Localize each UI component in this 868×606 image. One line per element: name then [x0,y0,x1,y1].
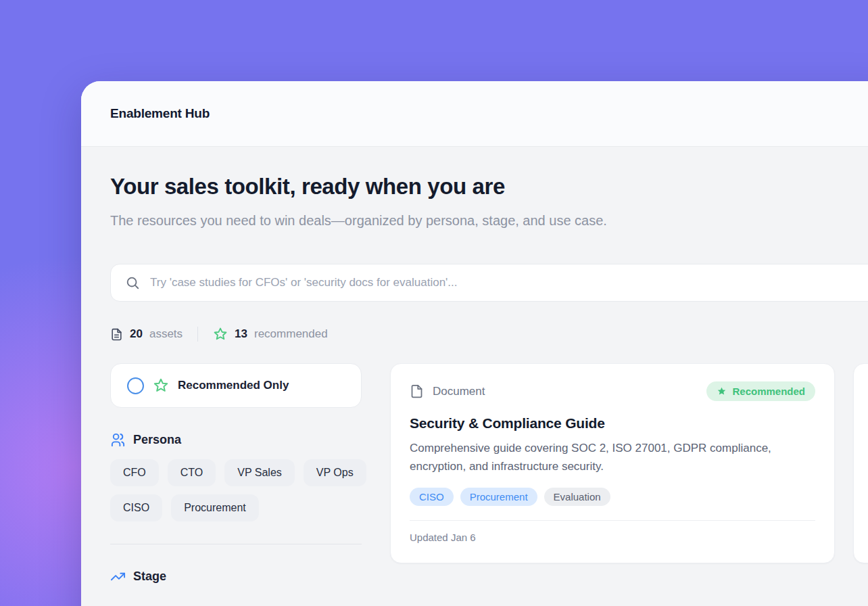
app-header: Enablement Hub [81,81,868,147]
trending-up-icon [110,569,126,584]
card-updated: Updated Jan 6 [410,532,815,543]
search-bar[interactable] [110,264,868,302]
radio-circle-icon[interactable] [127,377,144,394]
card-divider [410,520,815,521]
recommended-badge: Recommended [706,381,815,401]
card-description: Comprehensive guide covering SOC 2, ISO … [410,440,815,475]
star-icon [213,327,228,342]
assets-count: 20 [130,327,143,341]
tag-procurement: Procurement [460,488,537,506]
persona-chip-cto[interactable]: CTO [168,459,216,486]
filters-sidebar: Recommended Only Persona CFO CTO VP Sale… [110,363,362,584]
stats-divider [197,327,198,342]
star-filled-icon [717,386,727,396]
page-title: Your sales toolkit, ready when you are [110,174,868,200]
assets-label: assets [149,327,183,341]
stats-row: 20 assets 13 recommended [110,327,868,342]
tag-ciso: CISO [410,488,454,506]
recommended-only-label: Recommended Only [178,379,289,392]
filters-divider [110,544,362,544]
persona-chip-vp-ops[interactable]: VP Ops [304,459,366,486]
recommended-count: 13 [235,327,247,341]
users-icon [110,432,126,448]
search-input[interactable] [150,276,868,289]
persona-section-header: Persona [110,432,362,448]
stage-title: Stage [133,569,166,584]
asset-card-partial[interactable] [853,363,868,563]
star-icon [153,377,169,394]
persona-chip-row: CISO Procurement [110,494,362,521]
persona-chip-procurement[interactable]: Procurement [171,494,259,521]
app-title: Enablement Hub [110,106,210,121]
persona-title: Persona [133,433,181,447]
card-top-row: Document Recommended [410,381,815,401]
recommended-badge-label: Recommended [732,386,805,397]
persona-chip-ciso[interactable]: CISO [110,494,162,521]
stage-section-header: Stage [110,569,362,584]
assets-stat: 20 assets [110,327,183,342]
file-icon [410,383,424,400]
search-icon [125,275,140,290]
persona-chip-vp-sales[interactable]: VP Sales [224,459,295,486]
card-type: Document [410,383,485,400]
card-title: Security & Compliance Guide [410,415,815,432]
card-tag-row: CISO Procurement Evaluation [410,488,815,506]
card-type-label: Document [433,385,485,398]
file-text-icon [110,327,123,342]
main-row: Recommended Only Persona CFO CTO VP Sale… [110,363,868,584]
recommended-stat: 13 recommended [213,327,328,342]
page-subtitle: The resources you need to win deals—orga… [110,210,665,231]
persona-chip-row: CFO CTO VP Sales VP Ops [110,459,362,486]
recommended-label: recommended [254,327,328,341]
main-panel: Enablement Hub Your sales toolkit, ready… [81,81,868,606]
tag-evaluation: Evaluation [544,488,610,506]
recommended-only-toggle[interactable]: Recommended Only [110,363,362,408]
page-content: Your sales toolkit, ready when you are T… [81,147,868,584]
persona-chip-cfo[interactable]: CFO [110,459,159,486]
asset-card-security-compliance-guide[interactable]: Document Recommended Security & Complian… [390,363,835,563]
